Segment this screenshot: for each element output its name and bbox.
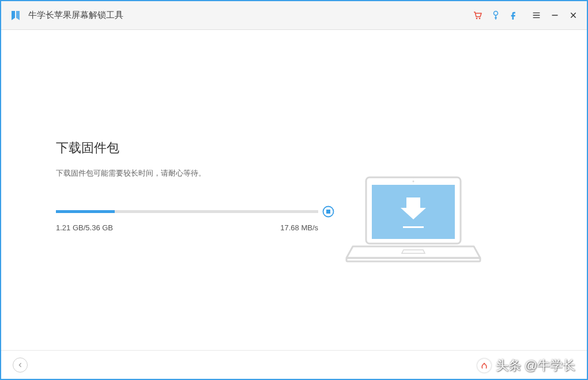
progress-size: 1.21 GB/5.36 GB [56, 223, 113, 232]
facebook-icon[interactable] [509, 10, 519, 21]
svg-point-1 [479, 17, 481, 19]
watermark-logo-icon [477, 359, 491, 373]
progress-container: 1.21 GB/5.36 GB 17.68 MB/s [56, 210, 318, 232]
page-subtext: 下载固件包可能需要较长时间，请耐心等待。 [56, 168, 333, 178]
svg-rect-4 [326, 210, 330, 214]
illustration-section [333, 64, 506, 350]
progress-info: 1.21 GB/5.36 GB 17.68 MB/s [56, 223, 318, 232]
main-content: 下载固件包 下载固件包可能需要较长时间，请耐心等待。 1.21 GB/5.36 … [1, 30, 587, 350]
app-window: 牛学长苹果屏幕解锁工具 [0, 0, 588, 380]
key-icon[interactable] [491, 10, 501, 21]
stop-button[interactable] [322, 206, 334, 218]
window-controls [531, 10, 578, 21]
svg-point-2 [494, 11, 498, 15]
titlebar: 牛学长苹果屏幕解锁工具 [1, 1, 587, 30]
close-icon[interactable] [568, 10, 578, 21]
minimize-icon[interactable] [549, 10, 560, 21]
back-button[interactable] [13, 358, 28, 373]
watermark: 头条 @牛学长 [477, 357, 575, 374]
app-title: 牛学长苹果屏幕解锁工具 [28, 10, 123, 21]
progress-bar [56, 210, 318, 213]
svg-point-0 [476, 17, 478, 19]
download-info-section: 下载固件包 下载固件包可能需要较长时间，请耐心等待。 1.21 GB/5.36 … [56, 64, 333, 350]
app-logo-icon [10, 10, 21, 21]
watermark-text: 头条 @牛学长 [496, 357, 575, 374]
cart-icon[interactable] [472, 10, 483, 21]
svg-point-6 [413, 181, 414, 183]
titlebar-actions [472, 10, 578, 21]
page-heading: 下载固件包 [56, 139, 333, 157]
svg-rect-8 [403, 226, 424, 228]
svg-rect-9 [346, 258, 480, 261]
menu-icon[interactable] [531, 10, 541, 21]
progress-fill [56, 210, 115, 213]
progress-speed: 17.68 MB/s [280, 223, 318, 232]
laptop-download-icon [344, 169, 483, 275]
